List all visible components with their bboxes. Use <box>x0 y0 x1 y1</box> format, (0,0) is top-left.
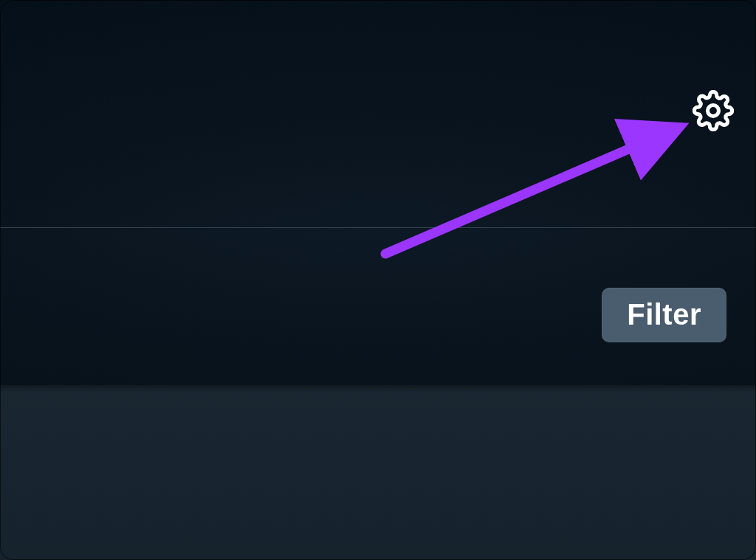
content-region <box>0 385 756 560</box>
filter-button-label: Filter <box>627 298 701 331</box>
gear-icon <box>693 90 734 131</box>
header-region <box>0 0 756 227</box>
filter-button[interactable]: Filter <box>602 288 726 342</box>
svg-point-0 <box>708 106 719 117</box>
settings-button[interactable] <box>693 90 734 131</box>
app-canvas: Filter <box>0 0 756 560</box>
